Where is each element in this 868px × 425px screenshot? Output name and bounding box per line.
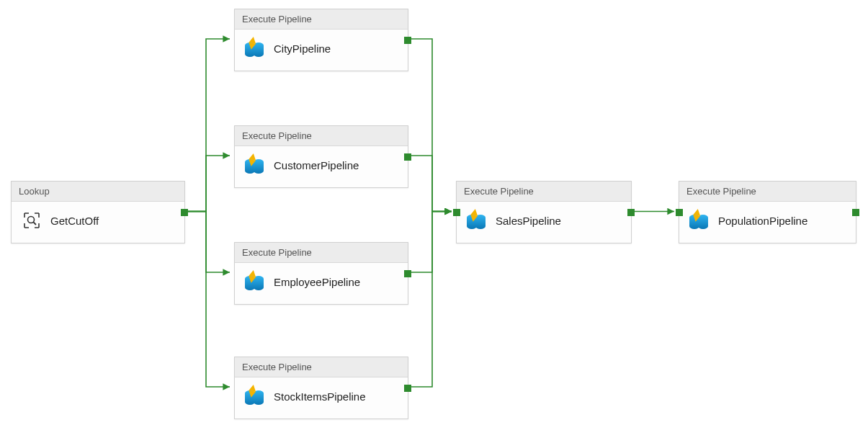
activity-name: SalesPipeline bbox=[496, 215, 561, 227]
pipeline-canvas[interactable]: Lookup GetCutOff Execute Pipeline CityPi… bbox=[0, 0, 868, 425]
activity-type-label: Execute Pipeline bbox=[235, 357, 408, 377]
activity-name: PopulationPipeline bbox=[718, 215, 807, 227]
activity-name: CustomerPipeline bbox=[274, 159, 359, 171]
activity-type-label: Execute Pipeline bbox=[235, 243, 408, 263]
output-port[interactable] bbox=[627, 209, 635, 216]
activity-type-label: Lookup bbox=[12, 182, 184, 202]
activity-employeepipeline[interactable]: Execute Pipeline EmployeePipeline bbox=[234, 242, 408, 305]
output-port[interactable] bbox=[181, 209, 188, 216]
pipeline-icon bbox=[689, 210, 710, 231]
input-port[interactable] bbox=[453, 209, 460, 216]
activity-name: CityPipeline bbox=[274, 42, 331, 55]
svg-point-0 bbox=[28, 217, 35, 223]
input-port[interactable] bbox=[676, 209, 683, 216]
activity-name: EmployeePipeline bbox=[274, 276, 360, 288]
output-port[interactable] bbox=[404, 37, 411, 44]
pipeline-icon bbox=[245, 272, 265, 292]
output-port[interactable] bbox=[852, 209, 859, 216]
pipeline-icon bbox=[467, 210, 487, 231]
pipeline-icon bbox=[245, 155, 265, 175]
activity-salespipeline[interactable]: Execute Pipeline SalesPipeline bbox=[456, 181, 632, 243]
activity-name: StockItemsPipeline bbox=[274, 390, 366, 403]
activity-name: GetCutOff bbox=[50, 215, 99, 227]
activity-type-label: Execute Pipeline bbox=[679, 182, 856, 202]
activity-citypipeline[interactable]: Execute Pipeline CityPipeline bbox=[234, 9, 408, 71]
pipeline-icon bbox=[245, 386, 265, 406]
activity-stockitemspipeline[interactable]: Execute Pipeline StockItemsPipeline bbox=[234, 357, 408, 419]
svg-line-1 bbox=[33, 222, 36, 225]
activity-type-label: Execute Pipeline bbox=[457, 182, 631, 202]
activity-customerpipeline[interactable]: Execute Pipeline CustomerPipeline bbox=[234, 125, 408, 188]
output-port[interactable] bbox=[404, 270, 411, 277]
activity-populationpipeline[interactable]: Execute Pipeline PopulationPipeline bbox=[679, 181, 856, 243]
lookup-icon bbox=[22, 210, 42, 231]
output-port[interactable] bbox=[404, 385, 411, 392]
activity-type-label: Execute Pipeline bbox=[235, 126, 408, 146]
activity-getcutoff[interactable]: Lookup GetCutOff bbox=[11, 181, 185, 243]
activity-type-label: Execute Pipeline bbox=[235, 9, 408, 30]
pipeline-icon bbox=[245, 38, 265, 58]
output-port[interactable] bbox=[404, 153, 411, 161]
